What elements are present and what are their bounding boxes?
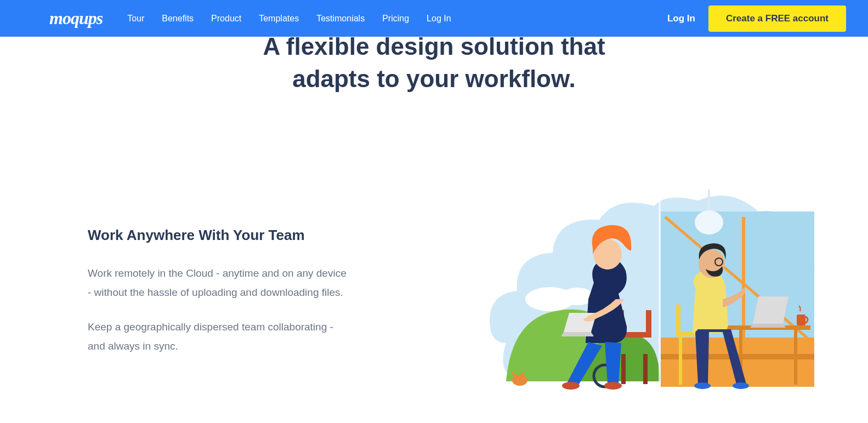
svg-rect-31: [797, 315, 805, 325]
svg-point-29: [733, 382, 749, 389]
nav-product[interactable]: Product: [211, 14, 241, 24]
logo[interactable]: moqups: [49, 8, 103, 28]
nav-pricing[interactable]: Pricing: [382, 14, 409, 24]
hero-title-line2: adapts to your workflow.: [292, 65, 576, 92]
svg-rect-7: [643, 354, 648, 384]
nav-templates[interactable]: Templates: [259, 14, 299, 24]
feature-illustration-container: [395, 190, 819, 409]
svg-point-11: [604, 382, 622, 390]
nav-testimonials[interactable]: Testimonials: [316, 14, 365, 24]
team-illustration-icon: [479, 190, 819, 409]
feature-paragraph-1: Work remotely in the Cloud - anytime and…: [88, 264, 351, 302]
feature-paragraph-2: Keep a geographically dispersed team col…: [88, 317, 351, 356]
svg-rect-2: [659, 190, 661, 387]
create-account-button[interactable]: Create a FREE account: [708, 5, 846, 32]
svg-rect-25: [679, 336, 682, 385]
svg-rect-16: [742, 217, 745, 343]
svg-point-10: [562, 382, 580, 390]
hero-title: A flexible design solution that adapts t…: [0, 30, 868, 95]
hero-title-line1: A flexible design solution that: [263, 33, 605, 60]
svg-point-30: [694, 382, 711, 389]
svg-point-19: [695, 210, 723, 235]
svg-rect-22: [794, 330, 797, 385]
login-link[interactable]: Log In: [667, 13, 695, 24]
nav-login[interactable]: Log In: [427, 14, 451, 24]
svg-rect-24: [676, 305, 680, 336]
svg-rect-5: [646, 310, 651, 338]
hero-section: A flexible design solution that adapts t…: [0, 30, 868, 117]
svg-rect-6: [621, 354, 626, 384]
feature-section: Work Anywhere With Your Team Work remote…: [0, 124, 868, 423]
feature-text: Work Anywhere With Your Team Work remote…: [88, 227, 351, 371]
primary-nav: Tour Benefits Product Templates Testimon…: [127, 14, 667, 24]
header-actions: Log In Create a FREE account: [667, 5, 846, 32]
feature-title: Work Anywhere With Your Team: [88, 227, 351, 244]
nav-benefits[interactable]: Benefits: [162, 14, 194, 24]
nav-tour[interactable]: Tour: [127, 14, 144, 24]
